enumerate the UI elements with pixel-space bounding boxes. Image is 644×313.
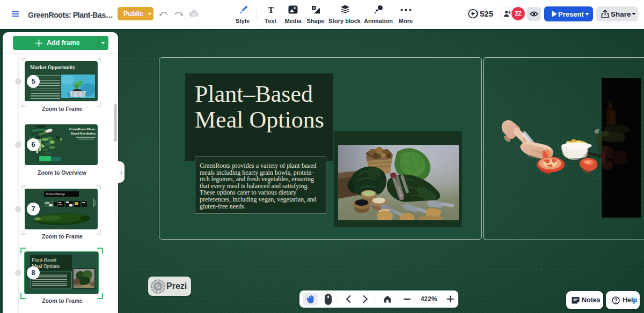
svg-text:Product Offerings: Product Offerings [46,193,65,196]
svg-text:GreenRoots Plant-: GreenRoots Plant- [69,127,96,131]
svg-text:Based Revolution: Based Revolution [71,131,96,135]
